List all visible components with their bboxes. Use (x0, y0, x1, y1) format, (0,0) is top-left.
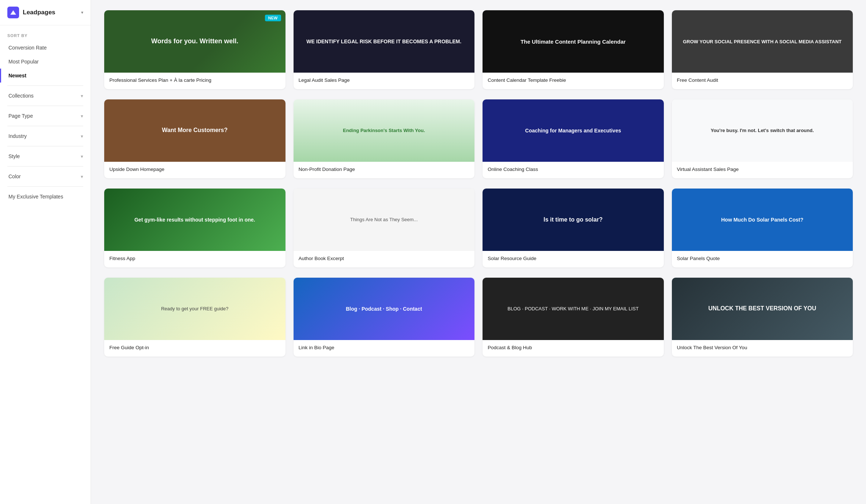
template-card-12[interactable]: How Much Do Solar Panels Cost?Solar Pane… (672, 189, 853, 267)
card-thumbnail-13: Ready to get your FREE guide? (104, 278, 285, 340)
card-label-14: Link in Bio Page (294, 340, 475, 357)
card-thumb-text-13: Ready to get your FREE guide? (156, 301, 234, 317)
template-card-9[interactable]: Get gym-like results without stepping fo… (104, 189, 285, 267)
card-label-12: Solar Panels Quote (672, 251, 853, 267)
card-thumbnail-3: The Ultimate Content Planning Calendar (483, 10, 664, 73)
sidebar-item-conversion-rate[interactable]: Conversion Rate (0, 41, 91, 55)
card-thumbnail-11: Is it time to go solar? (483, 189, 664, 251)
template-card-13[interactable]: Ready to get your FREE guide?Free Guide … (104, 278, 285, 357)
brand-chevron-icon: ▾ (81, 10, 83, 15)
sidebar-item-industry[interactable]: Industry ▾ (0, 129, 91, 143)
industry-chevron-icon: ▾ (81, 134, 83, 139)
card-label-6: Non-Profit Donation Page (294, 162, 475, 178)
card-thumbnail-1: Words for you. Written well.NEW (104, 10, 285, 73)
template-card-11[interactable]: Is it time to go solar?Solar Resource Gu… (483, 189, 664, 267)
card-label-10: Author Book Excerpt (294, 251, 475, 267)
divider-6 (7, 186, 83, 187)
template-card-16[interactable]: UNLOCK THE BEST VERSION OF YOUUnlock The… (672, 278, 853, 357)
card-thumb-text-14: Blog · Podcast · Shop · Contact (341, 301, 427, 317)
sidebar-item-newest[interactable]: Newest (0, 69, 91, 83)
divider-2 (7, 106, 83, 106)
card-thumb-text-16: UNLOCK THE BEST VERSION OF YOU (702, 298, 823, 319)
divider-4 (7, 146, 83, 146)
card-badge-new-1: NEW (265, 15, 281, 21)
template-card-14[interactable]: Blog · Podcast · Shop · ContactLink in B… (294, 278, 475, 357)
sidebar-item-collections[interactable]: Collections ▾ (0, 89, 91, 103)
card-thumbnail-15: BLOG · PODCAST · WORK WITH ME · JOIN MY … (483, 278, 664, 340)
card-label-13: Free Guide Opt-in (104, 340, 285, 357)
card-thumbnail-2: WE IDENTIFY LEGAL RISK BEFORE IT BECOMES… (294, 10, 475, 73)
collections-chevron-icon: ▾ (81, 93, 83, 99)
template-card-7[interactable]: Coaching for Managers and ExecutivesOnli… (483, 99, 664, 178)
template-card-2[interactable]: WE IDENTIFY LEGAL RISK BEFORE IT BECOMES… (294, 10, 475, 89)
card-label-4: Free Content Audit (672, 73, 853, 89)
divider-5 (7, 166, 83, 167)
card-label-3: Content Calendar Template Freebie (483, 73, 664, 89)
card-label-11: Solar Resource Guide (483, 251, 664, 267)
sort-section: Sort By Conversion Rate Most Popular New… (0, 25, 91, 83)
card-thumbnail-7: Coaching for Managers and Executives (483, 99, 664, 162)
card-label-16: Unlock The Best Version Of You (672, 340, 853, 357)
card-thumb-text-12: How Much Do Solar Panels Cost? (716, 212, 808, 228)
card-label-8: Virtual Assistant Sales Page (672, 162, 853, 178)
card-thumb-text-8: You're busy. I'm not. Let's switch that … (706, 123, 819, 138)
sidebar-item-exclusive-templates[interactable]: My Exclusive Templates (0, 190, 91, 204)
divider-3 (7, 126, 83, 126)
card-thumb-text-9: Get gym-like results without stepping fo… (129, 212, 260, 228)
card-label-5: Upside Down Homepage (104, 162, 285, 178)
leadpages-logo-icon (7, 7, 19, 18)
card-thumbnail-4: GROW YOUR SOCIAL PRESENCE WITH A SOCIAL … (672, 10, 853, 73)
card-thumb-text-5: Want More Customers? (157, 121, 233, 139)
template-card-8[interactable]: You're busy. I'm not. Let's switch that … (672, 99, 853, 178)
card-label-2: Legal Audit Sales Page (294, 73, 475, 89)
card-thumbnail-16: UNLOCK THE BEST VERSION OF YOU (672, 278, 853, 340)
card-thumbnail-10: Things Are Not as They Seem... (294, 189, 475, 251)
divider-1 (7, 85, 83, 86)
card-thumb-text-6: Ending Parkinson's Starts With You. (338, 123, 430, 138)
template-card-6[interactable]: Ending Parkinson's Starts With You.Non-P… (294, 99, 475, 178)
card-thumb-text-1: Words for you. Written well. (145, 31, 244, 51)
card-thumbnail-9: Get gym-like results without stepping fo… (104, 189, 285, 251)
sidebar-item-style[interactable]: Style ▾ (0, 149, 91, 163)
card-label-9: Fitness App (104, 251, 285, 267)
brand-name: Leadpages (23, 9, 55, 16)
card-thumb-text-11: Is it time to go solar? (538, 211, 608, 228)
sidebar-header[interactable]: Leadpages ▾ (0, 0, 91, 25)
sort-by-label: Sort By (0, 25, 91, 41)
sidebar-item-color[interactable]: Color ▾ (0, 169, 91, 183)
card-thumbnail-12: How Much Do Solar Panels Cost? (672, 189, 853, 251)
color-chevron-icon: ▾ (81, 174, 83, 179)
template-grid-container: Words for you. Written well.NEWProfessio… (91, 0, 866, 504)
card-label-7: Online Coaching Class (483, 162, 664, 178)
card-thumb-text-2: WE IDENTIFY LEGAL RISK BEFORE IT BECOMES… (301, 33, 466, 50)
sidebar-item-most-popular[interactable]: Most Popular (0, 55, 91, 69)
sidebar: Leadpages ▾ Sort By Conversion Rate Most… (0, 0, 91, 504)
page-type-chevron-icon: ▾ (81, 113, 83, 119)
template-card-4[interactable]: GROW YOUR SOCIAL PRESENCE WITH A SOCIAL … (672, 10, 853, 89)
template-card-10[interactable]: Things Are Not as They Seem...Author Boo… (294, 189, 475, 267)
card-thumbnail-8: You're busy. I'm not. Let's switch that … (672, 99, 853, 162)
template-card-15[interactable]: BLOG · PODCAST · WORK WITH ME · JOIN MY … (483, 278, 664, 357)
template-grid: Words for you. Written well.NEWProfessio… (104, 10, 853, 357)
card-thumbnail-6: Ending Parkinson's Starts With You. (294, 99, 475, 162)
card-label-15: Podcast & Blog Hub (483, 340, 664, 357)
template-card-5[interactable]: Want More Customers?Upside Down Homepage (104, 99, 285, 178)
card-thumb-text-3: The Ultimate Content Planning Calendar (515, 33, 631, 50)
template-card-1[interactable]: Words for you. Written well.NEWProfessio… (104, 10, 285, 89)
style-chevron-icon: ▾ (81, 154, 83, 159)
template-card-3[interactable]: The Ultimate Content Planning CalendarCo… (483, 10, 664, 89)
card-thumb-text-10: Things Are Not as They Seem... (345, 212, 423, 227)
card-thumb-text-4: GROW YOUR SOCIAL PRESENCE WITH A SOCIAL … (678, 34, 847, 50)
card-thumbnail-5: Want More Customers? (104, 99, 285, 162)
card-thumb-text-15: BLOG · PODCAST · WORK WITH ME · JOIN MY … (502, 301, 644, 317)
card-label-1: Professional Services Plan + À la carte … (104, 73, 285, 89)
sidebar-item-page-type[interactable]: Page Type ▾ (0, 109, 91, 123)
card-thumbnail-14: Blog · Podcast · Shop · Contact (294, 278, 475, 340)
card-thumb-text-7: Coaching for Managers and Executives (520, 123, 626, 139)
